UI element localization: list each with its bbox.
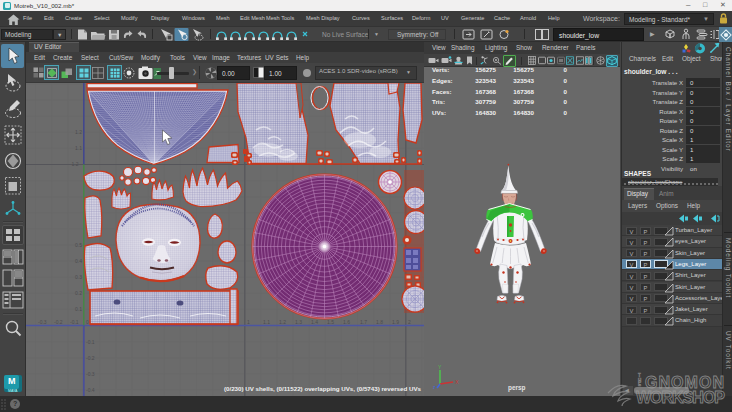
svg-text:0.3: 0.3: [75, 274, 82, 280]
svg-text:-0.4: -0.4: [86, 387, 95, 393]
svg-text:1: 1: [247, 319, 250, 325]
svg-text:1.1: 1.1: [263, 319, 270, 325]
svg-text:1.5: 1.5: [327, 319, 334, 325]
svg-text:1.2: 1.2: [75, 129, 82, 135]
svg-text:0: 0: [86, 319, 89, 325]
svg-text:1.9: 1.9: [392, 319, 399, 325]
svg-text:X: X: [455, 379, 459, 385]
svg-text:-0.2: -0.2: [86, 355, 95, 361]
svg-text:2: 2: [408, 319, 411, 325]
svg-text:1.6: 1.6: [343, 319, 350, 325]
svg-text:0.2: 0.2: [75, 290, 82, 296]
svg-text:0.1: 0.1: [75, 306, 82, 312]
svg-text:1.2: 1.2: [279, 319, 286, 325]
svg-text:(0/230) UV shells, (0/11522) o: (0/230) UV shells, (0/11522) overlapping…: [224, 385, 422, 392]
svg-text:-0.3: -0.3: [38, 319, 47, 325]
svg-text:Y: Y: [438, 364, 442, 370]
svg-text:E: E: [638, 382, 641, 387]
svg-text:1.2: 1.2: [72, 161, 79, 167]
svg-text:1.3: 1.3: [295, 319, 302, 325]
svg-text:-0.3: -0.3: [86, 371, 95, 377]
svg-text:-0.1: -0.1: [70, 319, 79, 325]
svg-text:0.4: 0.4: [75, 258, 82, 264]
svg-text:1.7: 1.7: [360, 319, 367, 325]
svg-text:WORKSHOP: WORKSHOP: [636, 389, 725, 406]
svg-text:-0.1: -0.1: [86, 339, 95, 345]
svg-text:1.8: 1.8: [376, 319, 383, 325]
svg-text:1.1: 1.1: [75, 145, 82, 151]
svg-text:1.4: 1.4: [311, 319, 318, 325]
svg-text:z: z: [433, 384, 436, 390]
svg-text:0.5: 0.5: [75, 242, 82, 248]
svg-text:-0.2: -0.2: [54, 319, 63, 325]
